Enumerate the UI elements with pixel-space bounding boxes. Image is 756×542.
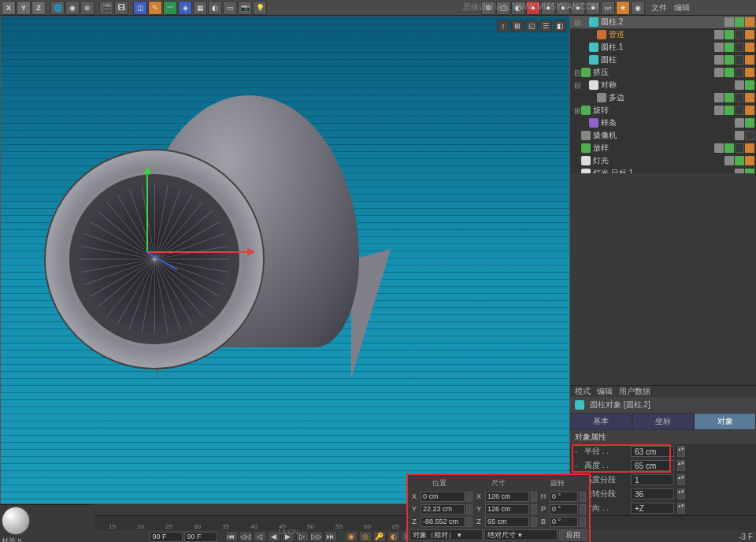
tag-icon[interactable] — [724, 143, 734, 153]
tag-icon[interactable] — [735, 17, 744, 27]
tag-icon[interactable] — [745, 68, 754, 77]
obj-row-2[interactable]: 圆柱.1 — [570, 41, 756, 54]
obj-name[interactable]: 灯光.目标.1 — [593, 168, 735, 173]
obj-row-11[interactable]: 灯光 — [570, 154, 756, 167]
tag-icon[interactable] — [724, 156, 734, 165]
coord-mode-select[interactable]: 对象（相对） ▾ — [410, 529, 483, 540]
coord-rot-input[interactable] — [550, 492, 578, 502]
vp-rotate-icon[interactable]: ◱ — [525, 20, 538, 32]
coord-rot-input[interactable] — [550, 517, 578, 527]
attr-tab-object[interactable]: 对象 — [694, 413, 756, 430]
tl-end-in[interactable] — [150, 532, 183, 542]
obj-name[interactable]: 对称 — [601, 80, 735, 91]
expand-icon[interactable]: ⊞ — [573, 106, 581, 115]
tag-icon[interactable] — [724, 106, 734, 115]
obj-row-5[interactable]: ⊟对称 — [570, 79, 756, 91]
tag-icon[interactable] — [735, 68, 744, 77]
vp-layout-icon[interactable]: ☰ — [539, 20, 552, 32]
obj-name[interactable]: 挤压 — [593, 67, 714, 78]
axis-x-button[interactable]: X — [2, 1, 16, 15]
obj-row-10[interactable]: 放样 — [570, 142, 756, 154]
tag-icon[interactable] — [745, 17, 754, 27]
coord-apply-button[interactable]: 应用 — [559, 529, 587, 540]
coord-pos-input[interactable] — [421, 492, 465, 502]
film-icon[interactable]: 🎞 — [114, 1, 128, 15]
coord-pos-input[interactable] — [421, 517, 465, 527]
tl-prev-icon[interactable]: ◁◁ — [239, 531, 252, 542]
attr-mode-menu[interactable]: 模式 — [575, 386, 591, 397]
tag-icon[interactable] — [724, 30, 734, 39]
obj-row-12[interactable]: 灯光.目标.1 — [570, 167, 756, 173]
coord-size-input[interactable] — [485, 492, 529, 502]
tl-prevf-icon[interactable]: ◁ — [254, 531, 266, 542]
spinner-icon[interactable]: ▴▾ — [677, 503, 685, 514]
tl-last-icon[interactable]: ⏭ — [324, 531, 337, 542]
obj-name[interactable]: 管道 — [609, 29, 714, 40]
coord-size-input[interactable] — [485, 504, 529, 514]
globe-icon[interactable]: 🌐 — [50, 1, 65, 15]
obj-name[interactable]: 摄像机 — [593, 130, 735, 141]
attr-value-input[interactable] — [631, 474, 674, 485]
spinner-icon[interactable]: ▴▾ — [677, 474, 685, 485]
spinner-icon[interactable]: ▴▾ — [677, 460, 685, 471]
target-icon[interactable]: ⊕ — [80, 1, 94, 15]
tag-icon[interactable] — [745, 43, 754, 52]
obj-name[interactable]: 圆柱.2 — [601, 17, 724, 28]
tl-auto-icon[interactable]: ◐ — [387, 531, 400, 542]
light-icon[interactable]: 💡 — [253, 1, 267, 15]
tag-icon[interactable] — [724, 68, 734, 77]
attr-value-input[interactable] — [631, 503, 674, 514]
camera-icon[interactable]: 📷 — [238, 1, 252, 15]
spinner-icon[interactable]: ▴▾ — [677, 446, 685, 457]
obj-name[interactable]: 旋转 — [593, 105, 714, 116]
tag-icon[interactable] — [735, 93, 744, 102]
nurbs-icon[interactable]: ◈ — [178, 1, 192, 15]
tag-icon[interactable] — [745, 30, 754, 39]
tag-icon[interactable] — [745, 93, 754, 102]
tl-rec2-icon[interactable]: ◎ — [359, 531, 372, 542]
attr-tab-basic[interactable]: 基本 — [570, 413, 632, 430]
obj-row-6[interactable]: 多边 — [570, 91, 756, 104]
end-icon[interactable]: ◉ — [631, 1, 645, 15]
obj-name[interactable]: 圆柱.1 — [601, 42, 714, 53]
object-manager[interactable]: ⊟圆柱.2管道圆柱.1圆柱⊟挤压⊟对称多边⊞旋转样条摄像机放样灯光灯光.目标.1… — [570, 16, 756, 173]
tag-icon[interactable] — [735, 131, 744, 140]
coord-size-input[interactable] — [485, 517, 529, 527]
spinner-icon[interactable] — [466, 517, 472, 527]
viewport-3d[interactable]: ↕ ⊞ ◱ ☰ ◧ 网格间距 : 100 cm — [0, 16, 570, 504]
vp-max-icon[interactable]: ◧ — [554, 20, 566, 32]
tag-icon[interactable] — [714, 55, 724, 65]
deformer-icon[interactable]: ◐ — [208, 1, 222, 15]
tag-icon[interactable] — [735, 156, 744, 165]
magnet-icon[interactable]: ★ — [616, 1, 630, 15]
attr-value-input[interactable] — [631, 446, 674, 457]
attr-tab-coord[interactable]: 坐标 — [632, 413, 695, 430]
sphere-icon[interactable]: ◉ — [65, 1, 80, 15]
axis-z-button[interactable]: Z — [32, 1, 46, 15]
attr-userdata-menu[interactable]: 用户数据 — [619, 386, 650, 397]
tl-next-icon[interactable]: ▷▷ — [310, 531, 323, 542]
spinner-icon[interactable] — [531, 504, 537, 514]
spinner-icon[interactable] — [466, 504, 472, 514]
obj-row-0[interactable]: ⊟圆柱.2 — [570, 16, 756, 28]
obj-row-7[interactable]: ⊞旋转 — [570, 104, 756, 117]
obj-name[interactable]: 样条 — [601, 117, 735, 128]
file-menu[interactable]: 文件 — [651, 2, 667, 13]
tag-icon[interactable] — [745, 143, 754, 153]
tag-icon[interactable] — [745, 118, 754, 128]
expand-icon[interactable]: ⊟ — [573, 81, 581, 90]
vp-zoom-icon[interactable]: ⊞ — [511, 20, 524, 32]
edit-menu[interactable]: 编辑 — [674, 2, 690, 13]
spinner-icon[interactable]: ▴▾ — [677, 488, 685, 499]
tag-icon[interactable] — [714, 68, 724, 77]
xyz-icon[interactable]: xyz — [601, 1, 615, 15]
tag-icon[interactable] — [724, 55, 734, 65]
tag-icon[interactable] — [745, 80, 754, 90]
obj-name[interactable]: 圆柱 — [601, 54, 714, 65]
spinner-icon[interactable] — [466, 492, 472, 502]
spinner-icon[interactable] — [580, 517, 586, 527]
obj-row-8[interactable]: 样条 — [570, 117, 756, 129]
spline-icon[interactable]: 〰 — [163, 1, 177, 15]
tag-icon[interactable] — [735, 55, 744, 65]
tag-icon[interactable] — [735, 143, 744, 153]
